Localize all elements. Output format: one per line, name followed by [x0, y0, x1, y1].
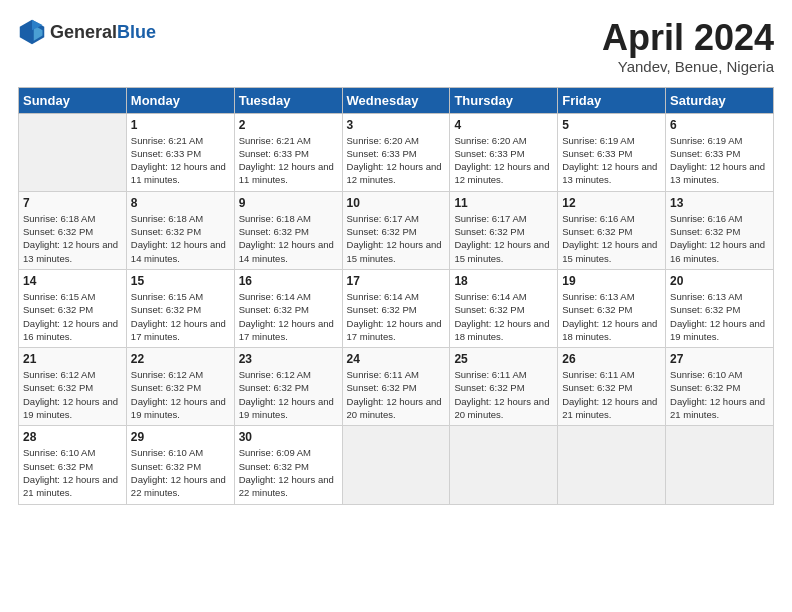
- calendar-cell: 26Sunrise: 6:11 AMSunset: 6:32 PMDayligh…: [558, 348, 666, 426]
- day-detail: Sunrise: 6:10 AMSunset: 6:32 PMDaylight:…: [131, 447, 226, 498]
- logo-icon: [18, 18, 46, 46]
- calendar-cell: 18Sunrise: 6:14 AMSunset: 6:32 PMDayligh…: [450, 269, 558, 347]
- calendar-cell: [342, 426, 450, 504]
- day-detail: Sunrise: 6:11 AMSunset: 6:32 PMDaylight:…: [562, 369, 657, 420]
- day-number: 9: [239, 196, 338, 210]
- day-detail: Sunrise: 6:11 AMSunset: 6:32 PMDaylight:…: [454, 369, 549, 420]
- calendar-cell: [450, 426, 558, 504]
- calendar-cell: [19, 113, 127, 191]
- day-detail: Sunrise: 6:13 AMSunset: 6:32 PMDaylight:…: [670, 291, 765, 342]
- col-header-saturday: Saturday: [666, 87, 774, 113]
- day-number: 20: [670, 274, 769, 288]
- calendar-cell: 7Sunrise: 6:18 AMSunset: 6:32 PMDaylight…: [19, 191, 127, 269]
- day-number: 21: [23, 352, 122, 366]
- day-number: 15: [131, 274, 230, 288]
- day-detail: Sunrise: 6:19 AMSunset: 6:33 PMDaylight:…: [670, 135, 765, 186]
- week-row-4: 28Sunrise: 6:10 AMSunset: 6:32 PMDayligh…: [19, 426, 774, 504]
- calendar-cell: 9Sunrise: 6:18 AMSunset: 6:32 PMDaylight…: [234, 191, 342, 269]
- day-detail: Sunrise: 6:17 AMSunset: 6:32 PMDaylight:…: [454, 213, 549, 264]
- header: GeneralBlue April 2024 Yandev, Benue, Ni…: [18, 18, 774, 75]
- day-number: 17: [347, 274, 446, 288]
- calendar-cell: 14Sunrise: 6:15 AMSunset: 6:32 PMDayligh…: [19, 269, 127, 347]
- day-detail: Sunrise: 6:19 AMSunset: 6:33 PMDaylight:…: [562, 135, 657, 186]
- day-number: 7: [23, 196, 122, 210]
- day-detail: Sunrise: 6:10 AMSunset: 6:32 PMDaylight:…: [670, 369, 765, 420]
- col-header-thursday: Thursday: [450, 87, 558, 113]
- day-detail: Sunrise: 6:11 AMSunset: 6:32 PMDaylight:…: [347, 369, 442, 420]
- day-detail: Sunrise: 6:09 AMSunset: 6:32 PMDaylight:…: [239, 447, 334, 498]
- calendar-cell: 10Sunrise: 6:17 AMSunset: 6:32 PMDayligh…: [342, 191, 450, 269]
- calendar-cell: 19Sunrise: 6:13 AMSunset: 6:32 PMDayligh…: [558, 269, 666, 347]
- week-row-0: 1Sunrise: 6:21 AMSunset: 6:33 PMDaylight…: [19, 113, 774, 191]
- day-number: 18: [454, 274, 553, 288]
- calendar-cell: 12Sunrise: 6:16 AMSunset: 6:32 PMDayligh…: [558, 191, 666, 269]
- page: GeneralBlue April 2024 Yandev, Benue, Ni…: [0, 0, 792, 515]
- calendar-cell: 5Sunrise: 6:19 AMSunset: 6:33 PMDaylight…: [558, 113, 666, 191]
- day-detail: Sunrise: 6:10 AMSunset: 6:32 PMDaylight:…: [23, 447, 118, 498]
- col-header-wednesday: Wednesday: [342, 87, 450, 113]
- day-detail: Sunrise: 6:12 AMSunset: 6:32 PMDaylight:…: [131, 369, 226, 420]
- calendar-cell: 29Sunrise: 6:10 AMSunset: 6:32 PMDayligh…: [126, 426, 234, 504]
- day-detail: Sunrise: 6:18 AMSunset: 6:32 PMDaylight:…: [131, 213, 226, 264]
- col-header-monday: Monday: [126, 87, 234, 113]
- day-detail: Sunrise: 6:18 AMSunset: 6:32 PMDaylight:…: [239, 213, 334, 264]
- day-detail: Sunrise: 6:15 AMSunset: 6:32 PMDaylight:…: [23, 291, 118, 342]
- day-number: 26: [562, 352, 661, 366]
- day-number: 19: [562, 274, 661, 288]
- header-row: SundayMondayTuesdayWednesdayThursdayFrid…: [19, 87, 774, 113]
- calendar-cell: 16Sunrise: 6:14 AMSunset: 6:32 PMDayligh…: [234, 269, 342, 347]
- day-detail: Sunrise: 6:20 AMSunset: 6:33 PMDaylight:…: [347, 135, 442, 186]
- day-number: 10: [347, 196, 446, 210]
- calendar-cell: 25Sunrise: 6:11 AMSunset: 6:32 PMDayligh…: [450, 348, 558, 426]
- day-detail: Sunrise: 6:14 AMSunset: 6:32 PMDaylight:…: [454, 291, 549, 342]
- col-header-friday: Friday: [558, 87, 666, 113]
- day-number: 22: [131, 352, 230, 366]
- day-number: 11: [454, 196, 553, 210]
- day-number: 2: [239, 118, 338, 132]
- day-detail: Sunrise: 6:15 AMSunset: 6:32 PMDaylight:…: [131, 291, 226, 342]
- calendar-cell: 22Sunrise: 6:12 AMSunset: 6:32 PMDayligh…: [126, 348, 234, 426]
- day-number: 14: [23, 274, 122, 288]
- calendar-cell: 20Sunrise: 6:13 AMSunset: 6:32 PMDayligh…: [666, 269, 774, 347]
- calendar-cell: 30Sunrise: 6:09 AMSunset: 6:32 PMDayligh…: [234, 426, 342, 504]
- calendar-cell: 15Sunrise: 6:15 AMSunset: 6:32 PMDayligh…: [126, 269, 234, 347]
- day-number: 25: [454, 352, 553, 366]
- calendar-cell: 13Sunrise: 6:16 AMSunset: 6:32 PMDayligh…: [666, 191, 774, 269]
- calendar-cell: 2Sunrise: 6:21 AMSunset: 6:33 PMDaylight…: [234, 113, 342, 191]
- calendar-table: SundayMondayTuesdayWednesdayThursdayFrid…: [18, 87, 774, 505]
- week-row-3: 21Sunrise: 6:12 AMSunset: 6:32 PMDayligh…: [19, 348, 774, 426]
- day-number: 29: [131, 430, 230, 444]
- day-number: 13: [670, 196, 769, 210]
- day-detail: Sunrise: 6:12 AMSunset: 6:32 PMDaylight:…: [239, 369, 334, 420]
- day-number: 27: [670, 352, 769, 366]
- calendar-cell: 28Sunrise: 6:10 AMSunset: 6:32 PMDayligh…: [19, 426, 127, 504]
- calendar-cell: 6Sunrise: 6:19 AMSunset: 6:33 PMDaylight…: [666, 113, 774, 191]
- day-detail: Sunrise: 6:16 AMSunset: 6:32 PMDaylight:…: [670, 213, 765, 264]
- calendar-cell: 11Sunrise: 6:17 AMSunset: 6:32 PMDayligh…: [450, 191, 558, 269]
- day-detail: Sunrise: 6:16 AMSunset: 6:32 PMDaylight:…: [562, 213, 657, 264]
- calendar-cell: 4Sunrise: 6:20 AMSunset: 6:33 PMDaylight…: [450, 113, 558, 191]
- calendar-cell: [666, 426, 774, 504]
- day-number: 5: [562, 118, 661, 132]
- day-number: 30: [239, 430, 338, 444]
- col-header-sunday: Sunday: [19, 87, 127, 113]
- title-block: April 2024 Yandev, Benue, Nigeria: [602, 18, 774, 75]
- week-row-1: 7Sunrise: 6:18 AMSunset: 6:32 PMDaylight…: [19, 191, 774, 269]
- day-number: 3: [347, 118, 446, 132]
- day-detail: Sunrise: 6:14 AMSunset: 6:32 PMDaylight:…: [239, 291, 334, 342]
- calendar-cell: 23Sunrise: 6:12 AMSunset: 6:32 PMDayligh…: [234, 348, 342, 426]
- day-detail: Sunrise: 6:13 AMSunset: 6:32 PMDaylight:…: [562, 291, 657, 342]
- day-number: 12: [562, 196, 661, 210]
- location: Yandev, Benue, Nigeria: [602, 58, 774, 75]
- day-detail: Sunrise: 6:20 AMSunset: 6:33 PMDaylight:…: [454, 135, 549, 186]
- day-detail: Sunrise: 6:17 AMSunset: 6:32 PMDaylight:…: [347, 213, 442, 264]
- day-number: 24: [347, 352, 446, 366]
- day-number: 28: [23, 430, 122, 444]
- day-number: 1: [131, 118, 230, 132]
- day-detail: Sunrise: 6:21 AMSunset: 6:33 PMDaylight:…: [239, 135, 334, 186]
- logo-blue: Blue: [117, 22, 156, 42]
- day-number: 4: [454, 118, 553, 132]
- day-number: 23: [239, 352, 338, 366]
- day-detail: Sunrise: 6:18 AMSunset: 6:32 PMDaylight:…: [23, 213, 118, 264]
- calendar-cell: 17Sunrise: 6:14 AMSunset: 6:32 PMDayligh…: [342, 269, 450, 347]
